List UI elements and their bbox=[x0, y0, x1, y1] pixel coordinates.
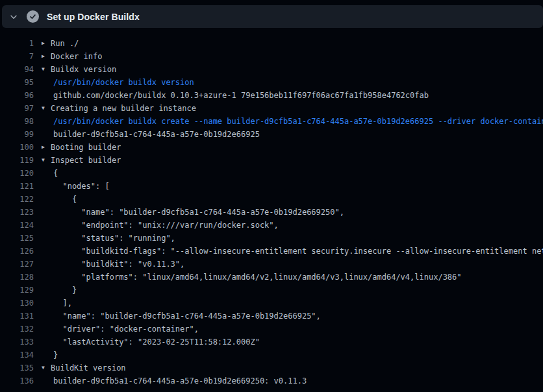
chevron-down-icon[interactable] bbox=[8, 12, 19, 22]
log-text: /usr/bin/docker buildx create --name bui… bbox=[51, 115, 543, 128]
line-number[interactable]: 128 bbox=[0, 271, 34, 284]
log-line: 123 "name": "builder-d9cfb5a1-c764-445a-… bbox=[0, 206, 543, 219]
group-expanded-icon[interactable]: ▼ bbox=[42, 361, 51, 374]
log-group-row[interactable]: 7▶Docker info bbox=[0, 50, 543, 63]
line-number[interactable]: 123 bbox=[0, 206, 34, 219]
log-text: builder-d9cfb5a1-c764-445a-a57e-0b19d2e6… bbox=[51, 374, 307, 387]
log-text: BuildKit version bbox=[51, 361, 126, 374]
log-text: ], bbox=[51, 297, 72, 310]
step-header[interactable]: Set up Docker Buildx bbox=[2, 5, 543, 28]
log-text: Buildx version bbox=[51, 63, 116, 76]
line-number[interactable]: 131 bbox=[0, 310, 34, 323]
line-number[interactable]: 119 bbox=[0, 154, 34, 167]
line-number[interactable]: 95 bbox=[0, 76, 34, 89]
group-expanded-icon[interactable]: ▼ bbox=[42, 63, 51, 76]
line-number[interactable]: 125 bbox=[0, 232, 34, 245]
log-group-row[interactable]: 1▶Run ./ bbox=[0, 37, 543, 50]
line-number[interactable]: 100 bbox=[0, 141, 34, 154]
log-text: Run ./ bbox=[51, 37, 79, 50]
log-line: 130 ], bbox=[0, 297, 543, 310]
log-text: github.com/docker/buildx 0.10.3+azure-1 … bbox=[51, 89, 429, 102]
log-line: 120{ bbox=[0, 167, 543, 180]
log-line: 98/usr/bin/docker buildx create --name b… bbox=[0, 115, 543, 128]
log-text: "endpoint": "unix:///var/run/docker.sock… bbox=[51, 219, 279, 232]
log-line: 122 { bbox=[0, 193, 543, 206]
line-number[interactable]: 127 bbox=[0, 258, 34, 271]
line-number[interactable]: 121 bbox=[0, 180, 34, 193]
group-expanded-icon[interactable]: ▼ bbox=[42, 154, 51, 167]
log-text: Booting builder bbox=[51, 141, 121, 154]
log-line: 127 "buildkit": "v0.11.3", bbox=[0, 258, 543, 271]
group-collapsed-icon[interactable]: ▶ bbox=[42, 50, 51, 63]
log-line: 95/usr/bin/docker buildx version bbox=[0, 76, 543, 89]
log-group-row[interactable]: 119▼Inspect builder bbox=[0, 154, 543, 167]
log-text: Inspect builder bbox=[51, 154, 121, 167]
line-number[interactable]: 94 bbox=[0, 63, 34, 76]
log-line: 133 "lastActivity": "2023-02-25T11:58:12… bbox=[0, 336, 543, 349]
log-line: 131 "name": "builder-d9cfb5a1-c764-445a-… bbox=[0, 310, 543, 323]
line-number[interactable]: 98 bbox=[0, 115, 34, 128]
log-text: "nodes": [ bbox=[51, 180, 110, 193]
log-text: "driver": "docker-container", bbox=[51, 323, 199, 336]
group-expanded-icon[interactable]: ▼ bbox=[42, 102, 51, 115]
line-number[interactable]: 135 bbox=[0, 361, 34, 374]
log-text: } bbox=[51, 349, 58, 361]
log-line: 132 "driver": "docker-container", bbox=[0, 323, 543, 336]
log-text: "buildkitd-flags": "--allow-insecure-ent… bbox=[51, 245, 543, 258]
log-line: 121 "nodes": [ bbox=[0, 180, 543, 193]
log-text: { bbox=[51, 193, 77, 206]
line-number[interactable]: 120 bbox=[0, 167, 34, 180]
log-line: 99builder-d9cfb5a1-c764-445a-a57e-0b19d2… bbox=[0, 128, 543, 141]
step-title: Set up Docker Buildx bbox=[47, 12, 140, 22]
log-line: 136builder-d9cfb5a1-c764-445a-a57e-0b19d… bbox=[0, 374, 543, 387]
group-collapsed-icon[interactable]: ▶ bbox=[42, 37, 51, 50]
log-line: 124 "endpoint": "unix:///var/run/docker.… bbox=[0, 219, 543, 232]
log-text: "buildkit": "v0.11.3", bbox=[51, 258, 184, 271]
line-number[interactable]: 126 bbox=[0, 245, 34, 258]
log-group-row[interactable]: 94▼Buildx version bbox=[0, 63, 543, 76]
log-line: 129 } bbox=[0, 284, 543, 297]
log-output: 1▶Run ./7▶Docker info94▼Buildx version95… bbox=[0, 28, 543, 387]
log-line: 126 "buildkitd-flags": "--allow-insecure… bbox=[0, 245, 543, 258]
line-number[interactable]: 96 bbox=[0, 89, 34, 102]
line-number[interactable]: 132 bbox=[0, 323, 34, 336]
log-line: 128 "platforms": "linux/amd64,linux/amd6… bbox=[0, 271, 543, 284]
log-text: "status": "running", bbox=[51, 232, 175, 245]
line-number[interactable]: 124 bbox=[0, 219, 34, 232]
log-text: "platforms": "linux/amd64,linux/amd64/v2… bbox=[51, 271, 462, 284]
log-group-row[interactable]: 97▼Creating a new builder instance bbox=[0, 102, 543, 115]
log-text: Docker info bbox=[51, 50, 102, 63]
log-text: "name": "builder-d9cfb5a1-c764-445a-a57e… bbox=[51, 310, 321, 323]
log-line: 134} bbox=[0, 349, 543, 361]
line-number[interactable]: 97 bbox=[0, 102, 34, 115]
log-text: Creating a new builder instance bbox=[51, 102, 196, 115]
log-line: 125 "status": "running", bbox=[0, 232, 543, 245]
log-group-row[interactable]: 100▶Booting builder bbox=[0, 141, 543, 154]
line-number[interactable]: 130 bbox=[0, 297, 34, 310]
line-number[interactable]: 134 bbox=[0, 349, 34, 361]
log-text: "lastActivity": "2023-02-25T11:58:12.000… bbox=[51, 336, 260, 349]
log-group-row[interactable]: 135▼BuildKit version bbox=[0, 361, 543, 374]
log-text: "name": "builder-d9cfb5a1-c764-445a-a57e… bbox=[51, 206, 344, 219]
log-line: 96github.com/docker/buildx 0.10.3+azure-… bbox=[0, 89, 543, 102]
log-text: } bbox=[51, 284, 77, 297]
line-number[interactable]: 7 bbox=[0, 50, 34, 63]
log-text: /usr/bin/docker buildx version bbox=[51, 76, 194, 89]
group-collapsed-icon[interactable]: ▶ bbox=[42, 141, 51, 154]
line-number[interactable]: 133 bbox=[0, 336, 34, 349]
log-text: { bbox=[51, 167, 58, 180]
line-number[interactable]: 136 bbox=[0, 374, 34, 387]
check-circle-icon bbox=[27, 10, 39, 23]
log-text: builder-d9cfb5a1-c764-445a-a57e-0b19d2e6… bbox=[51, 128, 260, 141]
line-number[interactable]: 99 bbox=[0, 128, 34, 141]
line-number[interactable]: 129 bbox=[0, 284, 34, 297]
line-number[interactable]: 1 bbox=[0, 37, 34, 50]
line-number[interactable]: 122 bbox=[0, 193, 34, 206]
